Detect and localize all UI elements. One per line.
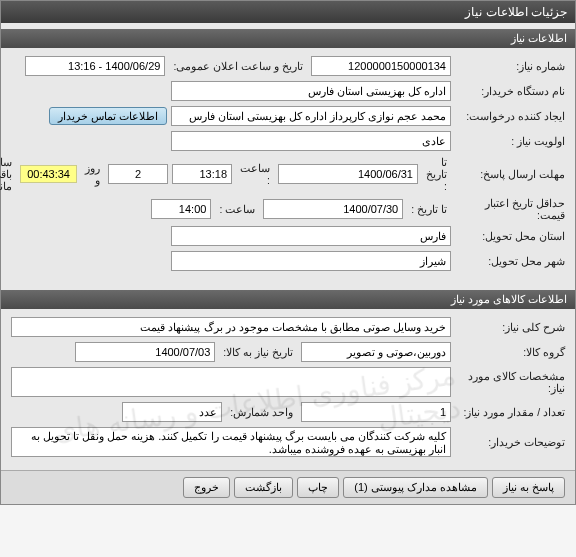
need-info-panel: شماره نیاز: تاریخ و ساعت اعلان عمومی: نا…	[1, 48, 575, 284]
province-label: استان محل تحویل:	[455, 230, 565, 242]
announce-field[interactable]	[25, 56, 165, 76]
validity-label: حداقل تاریخ اعتبار قیمت:	[455, 197, 565, 221]
city-label: شهر محل تحویل:	[455, 255, 565, 267]
city-field[interactable]	[171, 251, 451, 271]
deadline-label: مهلت ارسال پاسخ:	[455, 168, 565, 180]
exit-button[interactable]: خروج	[183, 477, 230, 498]
unit-label: واحد شمارش:	[226, 406, 297, 418]
deadline-date-field[interactable]	[278, 164, 418, 184]
priority-label: اولویت نیاز :	[455, 135, 565, 147]
qty-field[interactable]	[301, 402, 451, 422]
buyer-org-field[interactable]	[171, 81, 451, 101]
province-field[interactable]	[171, 226, 451, 246]
buyer-notes-field[interactable]: کلیه شرکت کنندگان می بایست برگ پیشنهاد ق…	[11, 427, 451, 457]
time-label: ساعت :	[236, 162, 274, 186]
announce-label: تاریخ و ساعت اعلان عمومی:	[169, 60, 307, 72]
need-date-field[interactable]	[75, 342, 215, 362]
desc-field[interactable]	[11, 317, 451, 337]
window-title: جزئیات اطلاعات نیاز	[1, 1, 575, 23]
priority-field[interactable]	[171, 131, 451, 151]
spec-field[interactable]	[11, 367, 451, 397]
section-need-info: اطلاعات نیاز	[1, 29, 575, 48]
unit-field[interactable]	[122, 402, 222, 422]
desc-label: شرح کلی نیاز:	[455, 321, 565, 333]
validity-date-field[interactable]	[263, 199, 403, 219]
print-button[interactable]: چاپ	[297, 477, 339, 498]
group-field[interactable]	[301, 342, 451, 362]
to-date-label: تا تاریخ :	[422, 156, 451, 192]
attachments-button[interactable]: مشاهده مدارک پیوستی (1)	[343, 477, 488, 498]
creator-field[interactable]	[171, 106, 451, 126]
need-no-label: شماره نیاز:	[455, 60, 565, 72]
goods-info-panel: مرکز فناوری اطلاعات و رسانه های دیجیتال …	[1, 309, 575, 470]
buyer-org-label: نام دستگاه خریدار:	[455, 85, 565, 97]
days-remaining-field	[108, 164, 168, 184]
validity-time-field[interactable]	[151, 199, 211, 219]
back-button[interactable]: بازگشت	[234, 477, 293, 498]
contact-buyer-button[interactable]: اطلاعات تماس خریدار	[49, 107, 167, 125]
deadline-time-field[interactable]	[172, 164, 232, 184]
to-date2-label: تا تاریخ :	[407, 203, 451, 215]
need-date-label: تاریخ نیاز به کالا:	[219, 346, 297, 358]
countdown-timer: 00:43:34	[20, 165, 77, 183]
remain-label: ساعت باقی مانده	[0, 156, 16, 192]
buyer-notes-label: توضیحات خریدار:	[455, 436, 565, 448]
need-no-field[interactable]	[311, 56, 451, 76]
window: جزئیات اطلاعات نیاز اطلاعات نیاز شماره ن…	[0, 0, 576, 505]
respond-button[interactable]: پاسخ به نیاز	[492, 477, 565, 498]
button-bar: پاسخ به نیاز مشاهده مدارک پیوستی (1) چاپ…	[1, 470, 575, 504]
qty-label: تعداد / مقدار مورد نیاز:	[455, 406, 565, 418]
days-label: روز و	[81, 162, 104, 186]
time2-label: ساعت :	[215, 203, 259, 215]
section-goods-info: اطلاعات کالاهای مورد نیاز	[1, 290, 575, 309]
creator-label: ایجاد کننده درخواست:	[455, 110, 565, 122]
group-label: گروه کالا:	[455, 346, 565, 358]
spec-label: مشخصات کالای مورد نیاز:	[455, 370, 565, 394]
